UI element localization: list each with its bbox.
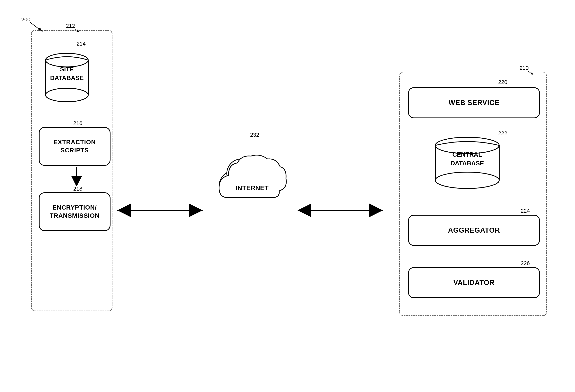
ref-210-arrow xyxy=(527,71,535,76)
svg-point-5 xyxy=(46,88,88,102)
left-arrow xyxy=(112,204,209,217)
right-arrow xyxy=(293,204,390,217)
ref-220: 220 xyxy=(498,79,507,85)
site-database: SITEDATABASE xyxy=(44,49,90,108)
validator: VALIDATOR xyxy=(408,267,540,298)
diagram: 200 212 214 xyxy=(0,0,575,392)
ref-218: 218 xyxy=(73,186,82,192)
aggregator: AGGREGATOR xyxy=(408,215,540,246)
ref-210: 210 xyxy=(520,65,529,71)
ref-226: 226 xyxy=(521,260,530,266)
extraction-scripts: EXTRACTIONSCRIPTS xyxy=(39,127,111,166)
internet-cloud xyxy=(207,142,293,209)
encryption-transmission: ENCRYPTION/TRANSMISSION xyxy=(39,192,111,231)
internet-label: INTERNET xyxy=(225,184,279,192)
site-database-label: SITEDATABASE xyxy=(44,65,90,82)
ref-232: 232 xyxy=(250,132,259,138)
ref-212: 212 xyxy=(66,23,75,29)
ref-216: 216 xyxy=(73,120,82,126)
down-arrow-216-218 xyxy=(71,167,82,186)
ref-214: 214 xyxy=(77,41,86,47)
svg-line-0 xyxy=(30,22,42,31)
svg-line-1 xyxy=(75,29,78,32)
web-service: WEB SERVICE xyxy=(408,87,540,118)
central-database-label: CENTRALDATABASE xyxy=(432,150,502,168)
ref-212-arrow xyxy=(75,29,80,33)
svg-point-21 xyxy=(435,172,499,188)
svg-line-17 xyxy=(527,71,533,74)
ref-224: 224 xyxy=(521,208,530,214)
ref-200: 200 xyxy=(21,17,30,23)
central-database: CENTRALDATABASE xyxy=(432,135,502,194)
